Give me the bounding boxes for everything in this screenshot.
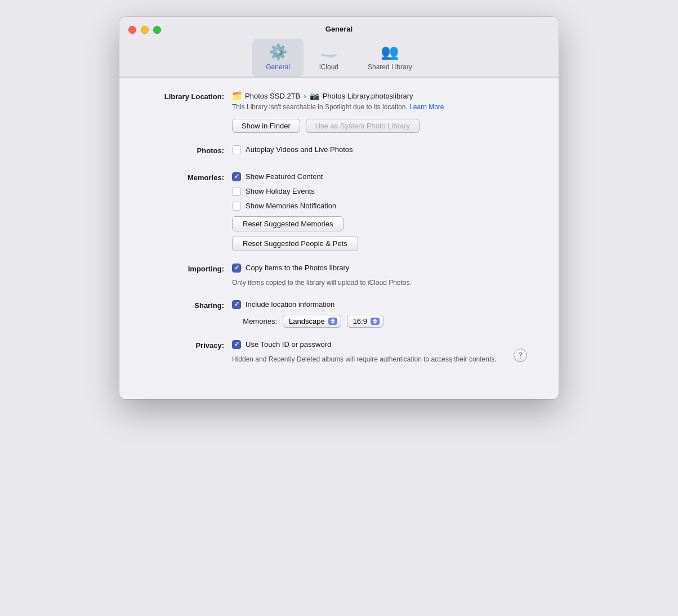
cloud-icon: ☁️ [320, 43, 338, 61]
library-location-section: Library Location: 🗂️ Photos SSD 2TB › 📷 … [142, 91, 536, 133]
orientation-arrow-down [331, 322, 335, 324]
tab-shared-library-label: Shared Library [368, 63, 412, 71]
copy-items-row: Copy items to the Photos library [232, 264, 536, 273]
window-title: General [325, 25, 353, 33]
autoplay-row: Autoplay Videos and Live Photos [232, 145, 536, 154]
help-button[interactable]: ? [514, 349, 527, 362]
photos-content: Autoplay Videos and Live Photos [232, 145, 536, 160]
show-featured-checkbox[interactable] [232, 172, 241, 181]
show-featured-label: Show Featured Content [246, 172, 323, 181]
library-location-label: Library Location: [142, 91, 232, 101]
import-note: Only items copied to the library will up… [232, 278, 536, 288]
show-in-finder-button[interactable]: Show in Finder [232, 119, 300, 133]
sharing-memories-row: Memories: Landscape 16:9 [232, 315, 536, 328]
location-info-checkbox[interactable] [232, 300, 241, 309]
touch-id-label: Use Touch ID or password [246, 340, 331, 349]
show-holiday-checkbox[interactable] [232, 187, 241, 196]
reset-suggested-people-button[interactable]: Reset Suggested People & Pets [232, 236, 358, 251]
photos-file-icon: 📷 [310, 91, 319, 100]
main-window: General ⚙️ General ☁️ iCloud 👥 Shared Li… [119, 17, 559, 399]
touch-id-checkbox[interactable] [232, 340, 241, 349]
autoplay-checkbox[interactable] [232, 145, 241, 154]
show-holiday-label: Show Holiday Events [246, 187, 315, 195]
orientation-arrow-up [331, 319, 335, 321]
people-icon: 👥 [381, 43, 399, 61]
sharing-memories-label: Memories: [232, 317, 277, 325]
show-featured-row: Show Featured Content [232, 172, 536, 181]
window-controls [128, 26, 161, 34]
location-info-row: Include location information [232, 300, 536, 309]
photos-label: Photos: [142, 145, 232, 155]
orientation-value: Landscape [289, 317, 325, 325]
autoplay-label: Autoplay Videos and Live Photos [246, 145, 353, 154]
minimize-button[interactable] [141, 26, 149, 34]
maximize-button[interactable] [153, 26, 161, 34]
titlebar: General ⚙️ General ☁️ iCloud 👥 Shared Li… [119, 17, 559, 77]
ratio-value: 16:9 [353, 317, 367, 325]
show-memories-checkbox[interactable] [232, 202, 241, 211]
tab-icloud[interactable]: ☁️ iCloud [304, 39, 354, 77]
sharing-label: Sharing: [142, 300, 232, 310]
importing-section: Importing: Copy items to the Photos libr… [142, 264, 536, 288]
sharing-content: Include location information Memories: L… [232, 300, 536, 328]
copy-items-checkbox[interactable] [232, 264, 241, 273]
tab-shared-library[interactable]: 👥 Shared Library [354, 39, 426, 77]
touch-id-row: Use Touch ID or password [232, 340, 536, 349]
privacy-section: Privacy: Use Touch ID or password Hidden… [142, 340, 536, 370]
photos-section: Photos: Autoplay Videos and Live Photos [142, 145, 536, 160]
show-memories-row: Show Memories Notification [232, 202, 536, 211]
reset-suggested-memories-button[interactable]: Reset Suggested Memories [232, 216, 344, 231]
privacy-content: Use Touch ID or password Hidden and Rece… [232, 340, 536, 364]
memories-content: Show Featured Content Show Holiday Event… [232, 172, 536, 251]
memories-buttons: Reset Suggested Memories Reset Suggested… [232, 216, 536, 251]
disk-icon: 🗂️ [232, 91, 242, 100]
memories-section: Memories: Show Featured Content Show Hol… [142, 172, 536, 251]
show-memories-label: Show Memories Notification [246, 202, 336, 210]
disk-name: Photos SSD 2TB [245, 92, 300, 100]
gear-icon: ⚙️ [269, 43, 287, 61]
tab-general-label: General [266, 63, 290, 71]
library-note: This Library isn't searchable in Spotlig… [232, 102, 536, 112]
memories-label: Memories: [142, 172, 232, 182]
library-filename: Photos Library.photoslibrary [323, 92, 413, 100]
path-arrow: › [304, 92, 306, 100]
use-as-system-button[interactable]: Use as System Photo Library [306, 119, 420, 133]
ratio-arrow-down [373, 322, 377, 324]
content-area: Library Location: 🗂️ Photos SSD 2TB › 📷 … [119, 78, 559, 399]
orientation-arrows [328, 318, 337, 325]
orientation-select[interactable]: Landscape [283, 315, 341, 328]
ratio-select[interactable]: 16:9 [347, 315, 383, 328]
library-buttons: Show in Finder Use as System Photo Libra… [232, 119, 536, 133]
copy-items-label: Copy items to the Photos library [246, 264, 349, 272]
toolbar: ⚙️ General ☁️ iCloud 👥 Shared Library [252, 39, 425, 77]
location-info-label: Include location information [246, 300, 334, 309]
show-holiday-row: Show Holiday Events [232, 187, 536, 196]
ratio-arrow-up [373, 319, 377, 321]
library-location-content: 🗂️ Photos SSD 2TB › 📷 Photos Library.pho… [232, 91, 536, 133]
sharing-section: Sharing: Include location information Me… [142, 300, 536, 328]
privacy-label: Privacy: [142, 340, 232, 350]
privacy-note: Hidden and Recently Deleted albums will … [232, 355, 536, 364]
close-button[interactable] [128, 26, 136, 34]
learn-more-link[interactable]: Learn More [409, 103, 444, 111]
tab-icloud-label: iCloud [319, 63, 338, 71]
ratio-arrows [371, 318, 380, 325]
tab-general[interactable]: ⚙️ General [252, 39, 304, 77]
importing-label: Importing: [142, 264, 232, 273]
library-path: 🗂️ Photos SSD 2TB › 📷 Photos Library.pho… [232, 91, 536, 100]
importing-content: Copy items to the Photos library Only it… [232, 264, 536, 288]
